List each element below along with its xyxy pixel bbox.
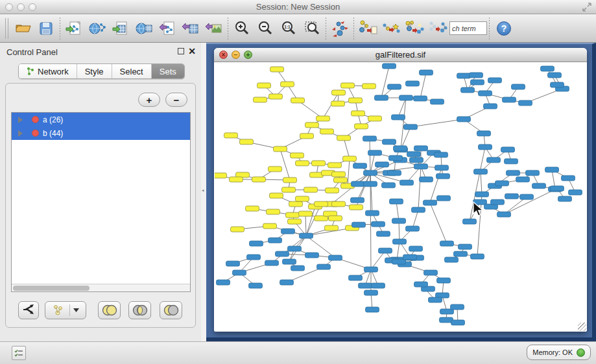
open-button[interactable] xyxy=(11,16,34,41)
import-table-url-icon xyxy=(135,19,153,38)
intersection-button[interactable] xyxy=(128,301,151,319)
split-arrow-icon xyxy=(22,304,35,316)
apply-layout-button[interactable] xyxy=(328,16,352,41)
zoom-fit-button[interactable] xyxy=(300,16,324,41)
union-button[interactable] xyxy=(98,301,121,319)
expander-icon[interactable] xyxy=(18,117,23,123)
zoom-in-button[interactable] xyxy=(230,16,254,41)
sets-panel: + − a (26) b (44) xyxy=(5,83,196,328)
import-table-url-button[interactable] xyxy=(132,16,156,41)
list-item-set-b[interactable]: b (44) xyxy=(12,126,190,140)
network-window-title: galFiltered.sif xyxy=(214,50,587,60)
tab-sets-label: Sets xyxy=(160,67,176,76)
new-network-from-selection-button[interactable] xyxy=(356,16,379,41)
dropdown-arrow-icon xyxy=(73,308,79,312)
task-list-icon xyxy=(14,349,23,357)
horizontal-scrollbar[interactable] xyxy=(12,284,190,291)
network-desktop: × − + galFiltered.sif xyxy=(206,43,596,341)
search-input[interactable] xyxy=(449,21,487,35)
save-button[interactable] xyxy=(34,16,58,41)
control-panel-tabbar: Network Style Select Sets xyxy=(18,63,185,79)
list-item-set-a[interactable]: a (26) xyxy=(12,113,190,126)
toolbar-separator xyxy=(326,17,326,40)
venn-difference-icon xyxy=(163,304,180,316)
network-graph[interactable] xyxy=(215,63,586,331)
create-set-from-network-button[interactable] xyxy=(45,301,86,319)
task-history-button[interactable] xyxy=(12,346,26,360)
memory-ok-icon xyxy=(577,348,585,357)
network-tab-icon xyxy=(27,67,34,76)
export-network-button[interactable] xyxy=(156,16,179,41)
window-title: Session: New Session xyxy=(0,2,596,12)
select-neighbors-icon xyxy=(381,19,401,38)
resize-grip[interactable] xyxy=(578,323,586,331)
tab-style[interactable]: Style xyxy=(77,64,112,78)
toolbar: 1:1 xyxy=(0,14,596,43)
title-bar: Session: New Session xyxy=(0,0,596,14)
export-image-button[interactable] xyxy=(202,16,226,41)
sets-list: a (26) b (44) xyxy=(11,112,191,292)
panel-splitter[interactable]: ◂ xyxy=(201,43,206,341)
venn-union-icon xyxy=(101,304,118,316)
import-network-url-icon xyxy=(88,19,106,38)
export-table-button[interactable] xyxy=(179,16,202,41)
zoom-actual-icon: 1:1 xyxy=(280,20,297,37)
mouse-cursor xyxy=(473,201,484,217)
split-set-button[interactable] xyxy=(18,301,39,319)
add-set-button[interactable]: + xyxy=(138,93,160,107)
remove-set-button[interactable]: − xyxy=(165,93,187,107)
expander-icon[interactable] xyxy=(18,130,23,137)
fullscreen-icon[interactable] xyxy=(582,2,592,12)
control-panel: Control Panel ✕ Network Style Select Set… xyxy=(0,43,201,341)
help-button[interactable]: ? xyxy=(497,21,511,36)
expand-selection-icon xyxy=(405,19,424,38)
apply-layout-icon xyxy=(330,19,350,38)
import-network-file-button[interactable] xyxy=(62,16,86,41)
new-network-from-selection-icon xyxy=(358,19,377,38)
zoom-in-icon xyxy=(233,20,250,37)
toolbar-separator xyxy=(489,17,490,40)
venn-intersection-icon xyxy=(132,304,149,316)
import-network-file-icon xyxy=(65,19,83,38)
tab-select-label: Select xyxy=(120,67,143,76)
float-panel-icon[interactable] xyxy=(178,48,184,54)
export-table-icon xyxy=(182,19,200,38)
network-tree-icon xyxy=(52,304,66,316)
hide-unselected-button[interactable] xyxy=(426,16,449,41)
zoom-out-icon xyxy=(257,20,274,37)
app-window: Session: New Session xyxy=(0,0,596,364)
select-neighbors-button[interactable] xyxy=(379,16,403,41)
expand-selection-button[interactable] xyxy=(403,16,426,41)
toolbar-separator xyxy=(228,17,228,40)
toolbar-separator xyxy=(60,17,60,40)
splitter-handle-icon[interactable]: ◂ xyxy=(202,188,205,194)
control-panel-header: Control Panel ✕ xyxy=(0,43,201,61)
control-panel-title: Control Panel xyxy=(6,47,58,57)
save-floppy-icon xyxy=(38,21,54,36)
tab-style-label: Style xyxy=(85,67,104,76)
toolbar-grip xyxy=(5,18,8,39)
set-operation-buttons xyxy=(6,301,195,321)
memory-status-label: Memory: OK xyxy=(532,348,573,356)
set-label: b (44) xyxy=(43,129,63,138)
close-panel-icon[interactable]: ✕ xyxy=(188,46,196,56)
network-view-window[interactable]: × − + galFiltered.sif xyxy=(214,48,587,332)
import-table-file-icon xyxy=(112,19,130,38)
tab-sets[interactable]: Sets xyxy=(152,64,184,78)
set-color-icon xyxy=(32,130,39,137)
tab-select[interactable]: Select xyxy=(112,64,152,78)
difference-button[interactable] xyxy=(160,301,182,319)
open-folder-icon xyxy=(14,20,31,37)
zoom-out-button[interactable] xyxy=(254,16,277,41)
zoom-actual-button[interactable]: 1:1 xyxy=(277,16,300,41)
tab-network[interactable]: Network xyxy=(19,64,77,78)
export-image-icon xyxy=(205,19,223,38)
import-network-url-button[interactable] xyxy=(86,16,109,41)
scrollbar-thumb[interactable] xyxy=(13,286,89,291)
import-table-file-button[interactable] xyxy=(109,16,132,41)
memory-status-button[interactable]: Memory: OK xyxy=(527,345,591,360)
svg-text:1:1: 1:1 xyxy=(284,25,291,29)
network-canvas[interactable] xyxy=(215,63,586,331)
hide-unselected-icon xyxy=(428,19,447,38)
network-window-titlebar[interactable]: × − + galFiltered.sif xyxy=(214,48,587,62)
